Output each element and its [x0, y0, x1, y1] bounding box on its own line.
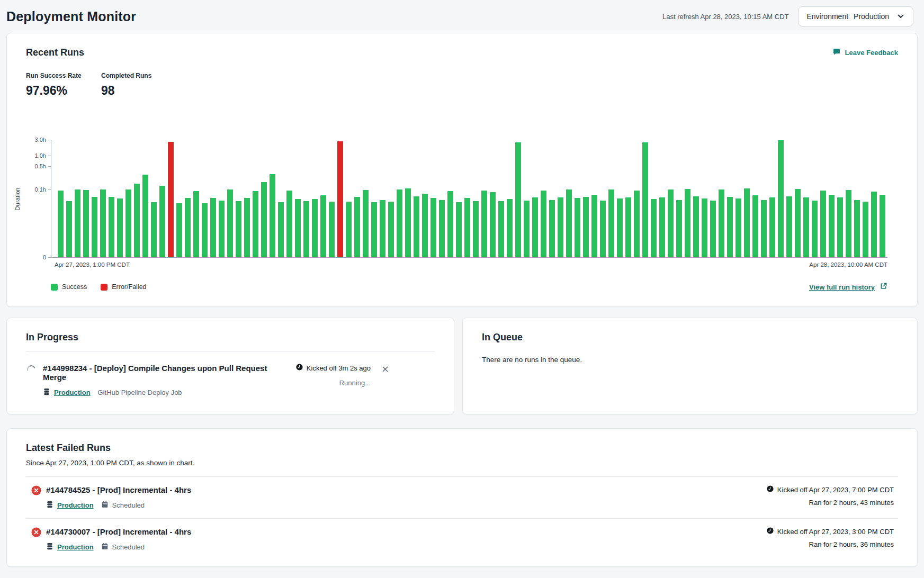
chart-bar-success[interactable] — [430, 198, 436, 257]
chart-bar-success[interactable] — [829, 195, 835, 257]
chart-bar-success[interactable] — [507, 199, 513, 257]
chart-bar-success[interactable] — [532, 197, 538, 257]
chart-bar-success[interactable] — [659, 197, 665, 257]
chart-bar-success[interactable] — [405, 188, 411, 257]
chart-bar-success[interactable] — [702, 198, 707, 257]
chart-bar-failed[interactable] — [337, 141, 343, 257]
chart-bar-success[interactable] — [193, 191, 199, 257]
chart-bar-success[interactable] — [837, 197, 843, 257]
chart-bar-success[interactable] — [744, 188, 750, 257]
chart-bar-success[interactable] — [481, 191, 487, 257]
chart-bar-success[interactable] — [66, 201, 72, 257]
chart-bar-success[interactable] — [202, 203, 208, 257]
chart-bar-success[interactable] — [464, 198, 470, 257]
chart-bar-success[interactable] — [75, 189, 80, 257]
chart-bar-success[interactable] — [176, 203, 182, 257]
chart-bar-success[interactable] — [125, 189, 131, 257]
chart-bar-success[interactable] — [676, 200, 682, 257]
chart-bar-success[interactable] — [83, 190, 89, 257]
chart-bar-success[interactable] — [371, 202, 377, 257]
chart-bar-success[interactable] — [812, 201, 818, 257]
close-button[interactable] — [380, 364, 390, 376]
chart-bar-success[interactable] — [752, 195, 758, 257]
chart-bar-success[interactable] — [253, 191, 258, 257]
chart-bar-success[interactable] — [159, 186, 165, 257]
view-history-link[interactable]: View full run history — [809, 282, 887, 292]
chart-bar-success[interactable] — [719, 189, 724, 257]
environment-dropdown[interactable]: Environment Production — [798, 6, 913, 26]
chart-bar-success[interactable] — [490, 192, 496, 257]
chart-bar-success[interactable] — [515, 142, 521, 257]
chart-bar-success[interactable] — [498, 201, 504, 257]
chart-bar-success[interactable] — [286, 191, 292, 257]
chart-bar-success[interactable] — [642, 142, 648, 257]
chart-bar-success[interactable] — [769, 197, 775, 257]
chart-bar-success[interactable] — [786, 196, 792, 257]
chart-bar-success[interactable] — [617, 198, 623, 257]
chart-bar-success[interactable] — [575, 198, 580, 257]
chart-bar-success[interactable] — [863, 202, 868, 257]
chart-bar-success[interactable] — [558, 197, 563, 257]
chart-bar-success[interactable] — [92, 197, 97, 257]
chart-bar-success[interactable] — [303, 201, 309, 257]
chart-bar-success[interactable] — [380, 200, 385, 257]
chart-bar-success[interactable] — [600, 201, 606, 257]
chart-bar-success[interactable] — [634, 191, 640, 257]
chart-bar-success[interactable] — [295, 199, 301, 257]
chart-bar-success[interactable] — [473, 201, 479, 257]
chart-bar-success[interactable] — [58, 191, 64, 257]
chart-bar-success[interactable] — [422, 194, 428, 257]
chart-bar-success[interactable] — [846, 190, 851, 257]
chart-bar-success[interactable] — [608, 189, 614, 257]
chart-bar-success[interactable] — [244, 198, 250, 257]
chart-bar-success[interactable] — [820, 191, 826, 257]
chart-bar-success[interactable] — [778, 140, 784, 257]
chart-bar-success[interactable] — [693, 196, 699, 257]
chart-bar-success[interactable] — [109, 197, 114, 257]
chart-bar-success[interactable] — [278, 202, 284, 257]
chart-bar-success[interactable] — [117, 198, 123, 257]
chart-bar-success[interactable] — [651, 199, 657, 257]
chart-bar-success[interactable] — [388, 202, 394, 257]
chart-bar-success[interactable] — [261, 182, 267, 257]
chart-bar-failed[interactable] — [168, 142, 174, 257]
chart-bar-success[interactable] — [803, 197, 809, 257]
chart-bar-success[interactable] — [524, 201, 530, 257]
chart-bar-success[interactable] — [270, 174, 275, 257]
environment-link[interactable]: Production — [54, 389, 91, 396]
chart-bar-success[interactable] — [236, 201, 241, 257]
chart-bar-success[interactable] — [854, 200, 860, 257]
environment-link[interactable]: Production — [57, 501, 94, 509]
chart-bar-success[interactable] — [447, 191, 453, 257]
chart-bar-success[interactable] — [346, 202, 352, 257]
chart-bar-success[interactable] — [871, 192, 877, 257]
chart-bar-success[interactable] — [312, 199, 318, 257]
chart-bar-success[interactable] — [354, 197, 360, 257]
chart-bar-success[interactable] — [541, 191, 546, 257]
chart-bar-success[interactable] — [329, 202, 335, 257]
chart-bar-success[interactable] — [439, 200, 445, 257]
chart-bar-success[interactable] — [625, 197, 631, 257]
chart-bar-success[interactable] — [727, 197, 733, 257]
chart-bar-success[interactable] — [210, 198, 216, 257]
chart-bar-success[interactable] — [227, 189, 233, 257]
chart-bar-success[interactable] — [134, 184, 140, 257]
chart-bar-success[interactable] — [397, 189, 402, 257]
chart-bar-success[interactable] — [583, 197, 589, 257]
chart-bar-success[interactable] — [142, 175, 148, 257]
chart-bar-success[interactable] — [151, 202, 157, 257]
chart-bar-success[interactable] — [735, 198, 741, 257]
leave-feedback-link[interactable]: Leave Feedback — [832, 48, 898, 58]
chart-bar-success[interactable] — [761, 200, 767, 257]
chart-bar-success[interactable] — [320, 195, 326, 257]
chart-bar-success[interactable] — [668, 189, 674, 257]
chart-bar-success[interactable] — [100, 189, 106, 257]
chart-bar-success[interactable] — [414, 196, 419, 257]
chart-bar-success[interactable] — [795, 189, 801, 257]
chart-bar-success[interactable] — [456, 202, 462, 257]
chart-bar-success[interactable] — [363, 190, 369, 257]
chart-bar-success[interactable] — [566, 189, 572, 257]
chart-bar-success[interactable] — [219, 201, 225, 257]
chart-bar-success[interactable] — [185, 198, 191, 257]
environment-link[interactable]: Production — [57, 543, 94, 551]
